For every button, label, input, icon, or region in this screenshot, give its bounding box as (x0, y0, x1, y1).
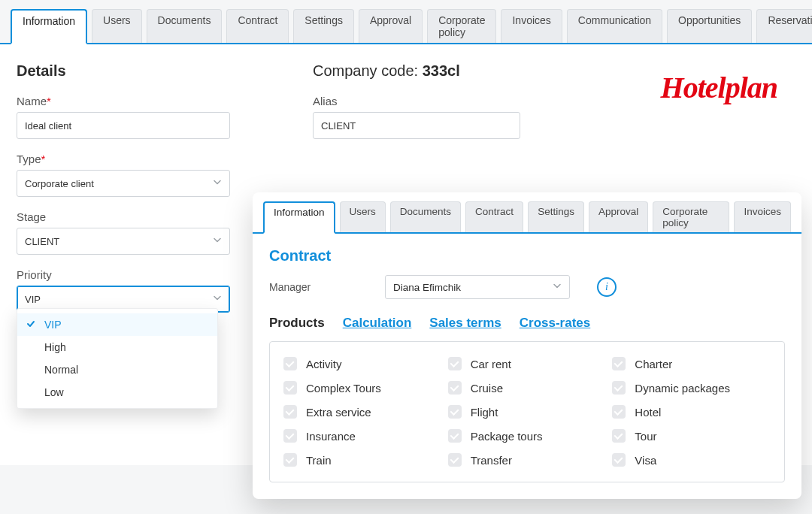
name-label: Name* (17, 95, 302, 107)
manager-select[interactable]: Diana Efimchik (385, 275, 570, 299)
stage-select[interactable]: CLIENT (17, 228, 230, 255)
product-extra-service: Extra service (283, 405, 442, 419)
product-label: Cruise (471, 382, 503, 395)
subtab-cross-rates[interactable]: Cross-rates (520, 316, 591, 331)
subtab-sales-terms[interactable]: Sales terms (429, 316, 501, 331)
checkbox[interactable] (612, 357, 626, 370)
inner-tab-corporate-policy[interactable]: Corporate policy (653, 201, 729, 232)
checkbox[interactable] (448, 429, 462, 443)
inner-tab-contract[interactable]: Contract (465, 201, 523, 232)
checkbox[interactable] (283, 405, 297, 419)
inner-tab-approval[interactable]: Approval (589, 201, 648, 232)
product-activity: Activity (283, 357, 442, 370)
chevron-down-icon (213, 236, 222, 247)
product-transfer: Transfer (448, 453, 607, 467)
product-label: Dynamic packages (635, 382, 730, 395)
checkbox[interactable] (448, 357, 462, 370)
priority-dropdown: VIPHighNormalLow (17, 308, 218, 409)
inner-tab-information[interactable]: Information (263, 201, 335, 234)
checkbox[interactable] (612, 405, 626, 419)
alias-input[interactable] (313, 112, 520, 139)
tab-information[interactable]: Information (11, 9, 87, 44)
product-label: Package tours (471, 430, 543, 443)
tab-contract[interactable]: Contract (226, 9, 289, 43)
tab-users[interactable]: Users (92, 9, 142, 43)
info-icon[interactable]: i (597, 277, 617, 297)
product-label: Activity (306, 358, 342, 370)
inner-panel: InformationUsersDocumentsContractSetting… (253, 192, 801, 499)
tab-settings[interactable]: Settings (293, 9, 354, 43)
products-box: ActivityCar rentCharterComplex ToursCrui… (269, 341, 785, 482)
subtab-products[interactable]: Products (269, 316, 325, 331)
product-label: Train (306, 454, 332, 467)
type-select[interactable]: Corporate client (17, 170, 230, 197)
product-label: Hotel (635, 406, 661, 419)
checkbox[interactable] (612, 381, 626, 395)
checkbox[interactable] (283, 381, 297, 395)
inner-tab-users[interactable]: Users (340, 201, 386, 232)
checkbox[interactable] (283, 429, 297, 443)
subtab-calculation[interactable]: Calculation (343, 316, 412, 331)
product-cruise: Cruise (448, 381, 607, 395)
priority-option-vip[interactable]: VIP (17, 313, 217, 336)
tab-invoices[interactable]: Invoices (501, 9, 562, 43)
inner-tab-documents[interactable]: Documents (390, 201, 461, 232)
checkbox[interactable] (283, 357, 297, 370)
tab-opportunities[interactable]: Opportunities (667, 9, 752, 43)
type-label: Type* (17, 153, 302, 165)
product-label: Extra service (306, 406, 371, 419)
priority-option-high[interactable]: High (17, 336, 217, 358)
tab-communication[interactable]: Communication (567, 9, 662, 43)
product-train: Train (283, 453, 442, 467)
chevron-down-icon (213, 294, 222, 305)
inner-tabs: InformationUsersDocumentsContractSetting… (253, 192, 801, 234)
checkbox[interactable] (448, 453, 462, 467)
check-icon (26, 319, 35, 331)
tab-approval[interactable]: Approval (359, 9, 423, 43)
product-label: Charter (635, 358, 672, 370)
manager-label: Manager (269, 281, 367, 293)
alias-label: Alias (313, 95, 591, 107)
tab-reservations[interactable]: Reservations (756, 9, 812, 43)
contract-heading: Contract (269, 247, 785, 265)
chevron-down-icon (213, 178, 222, 189)
checkbox[interactable] (448, 381, 462, 395)
checkbox[interactable] (448, 405, 462, 419)
company-code: Company code: 333cl (313, 62, 591, 80)
product-visa: Visa (612, 453, 771, 467)
product-insurance: Insurance (283, 429, 442, 443)
product-hotel: Hotel (612, 405, 771, 419)
product-car-rent: Car rent (448, 357, 607, 370)
product-complex-tours: Complex Tours (283, 381, 442, 395)
contract-subtabs: Products Calculation Sales terms Cross-r… (269, 316, 785, 331)
chevron-down-icon (553, 282, 562, 293)
product-dynamic-packages: Dynamic packages (612, 381, 771, 395)
tab-documents[interactable]: Documents (147, 9, 223, 43)
priority-option-normal[interactable]: Normal (17, 358, 217, 381)
company-logo: Hotelplan (601, 70, 795, 105)
details-heading: Details (17, 62, 302, 80)
main-tabs: InformationUsersDocumentsContractSetting… (0, 0, 812, 44)
tab-corporate-policy[interactable]: Corporate policy (427, 9, 496, 43)
product-label: Flight (471, 406, 498, 419)
inner-tab-settings[interactable]: Settings (528, 201, 584, 232)
product-label: Transfer (471, 454, 512, 467)
priority-option-low[interactable]: Low (17, 381, 217, 404)
checkbox[interactable] (612, 429, 626, 443)
product-label: Tour (635, 430, 656, 443)
product-package-tours: Package tours (448, 429, 607, 443)
checkbox[interactable] (283, 453, 297, 467)
product-label: Visa (635, 454, 656, 467)
product-label: Insurance (306, 430, 356, 443)
checkbox[interactable] (612, 453, 626, 467)
product-tour: Tour (612, 429, 771, 443)
name-input[interactable] (17, 112, 230, 139)
product-charter: Charter (612, 357, 771, 370)
product-label: Car rent (471, 358, 511, 370)
product-flight: Flight (448, 405, 607, 419)
inner-tab-invoices[interactable]: Invoices (734, 201, 791, 232)
product-label: Complex Tours (306, 382, 381, 395)
